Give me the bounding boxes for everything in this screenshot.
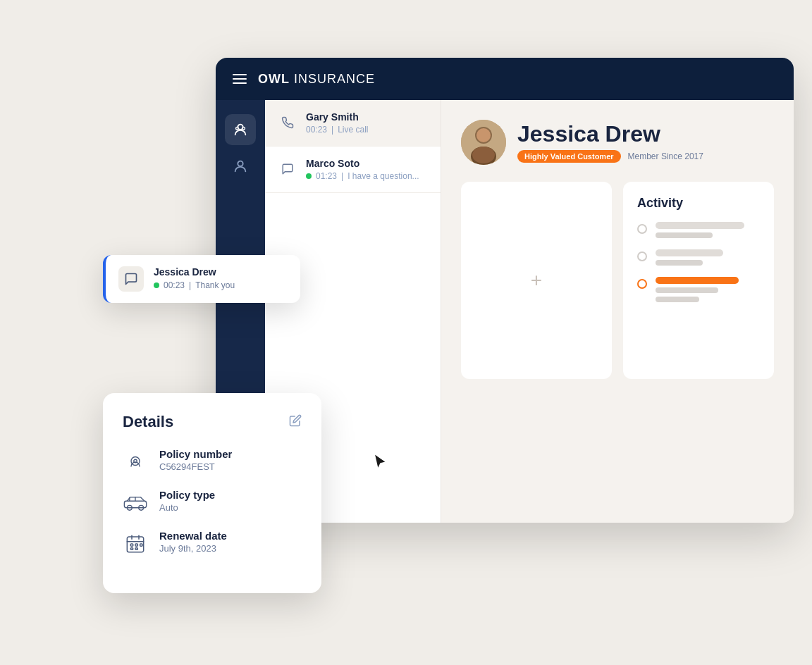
active-dot-marco [306, 173, 312, 179]
conv-status-gary: Live call [338, 125, 368, 135]
conv-status-marco: I have a question... [347, 171, 419, 181]
svg-point-3 [238, 161, 242, 166]
activity-line-3a [656, 277, 739, 284]
svg-rect-28 [130, 544, 133, 546]
add-icon: + [522, 266, 550, 294]
sidebar-item-profile[interactable] [225, 151, 256, 182]
jessica-meta: 00:23 | Thank you [154, 280, 235, 290]
conv-info-gary: Gary Smith 00:23 | Live call [306, 111, 428, 135]
svg-point-2 [242, 127, 245, 130]
activity-line-2a [656, 249, 723, 256]
svg-point-1 [236, 127, 239, 130]
detail-row-policy-number: Policy number C56294FEST [123, 448, 302, 475]
logo-insurance: INSURANCE [294, 72, 375, 87]
conv-name-marco: Marco Soto [306, 158, 428, 169]
conv-separator-marco: | [341, 171, 343, 181]
svg-point-16 [472, 147, 495, 163]
customer-badges: Highly Valued Customer Member Since 2017 [517, 150, 703, 163]
policy-type-value: Auto [159, 502, 215, 513]
main-content: Jessica Drew Highly Valued Customer Memb… [441, 100, 794, 523]
car-icon [123, 490, 148, 516]
policy-type-label: Policy type [159, 489, 215, 501]
svg-rect-31 [135, 548, 137, 550]
detail-row-policy-type: Policy type Auto [123, 489, 302, 516]
svg-rect-30 [130, 548, 133, 550]
activity-dot-1 [637, 224, 647, 234]
customer-avatar [461, 120, 506, 165]
activity-line-1a [656, 222, 744, 229]
badge-valued: Highly Valued Customer [517, 150, 621, 163]
activity-lines-3 [656, 277, 760, 302]
activity-line-2b [656, 260, 703, 266]
jessica-drew-card[interactable]: Jessica Drew 00:23 | Thank you [103, 255, 300, 303]
details-title: Details [123, 413, 173, 431]
calendar-icon [123, 531, 148, 557]
add-content-card[interactable]: + [461, 182, 612, 379]
customer-name: Jessica Drew [517, 122, 703, 147]
logo-owl: OWL [258, 72, 290, 87]
renewal-date-value: July 9th, 2023 [159, 543, 227, 554]
policy-type-block: Policy type Auto [159, 489, 215, 513]
policy-number-value: C56294FEST [159, 461, 232, 472]
policy-number-label: Policy number [159, 448, 232, 460]
activity-lines-2 [656, 249, 760, 266]
activity-title: Activity [637, 196, 760, 211]
svg-rect-29 [135, 544, 137, 546]
activity-lines-1 [656, 222, 760, 238]
badge-member: Member Since 2017 [628, 151, 703, 161]
conv-item-marco[interactable]: Marco Soto 01:23 | I have a question... [265, 147, 441, 193]
svg-point-15 [476, 128, 491, 142]
customer-name-block: Jessica Drew Highly Valued Customer Memb… [517, 122, 703, 162]
policy-number-block: Policy number C56294FEST [159, 448, 232, 472]
activity-item-3 [637, 277, 760, 302]
jessica-active-dot [154, 282, 159, 288]
hamburger-button[interactable] [233, 74, 247, 84]
activity-line-3c [656, 297, 699, 302]
sidebar-item-conversations[interactable] [225, 114, 256, 145]
jessica-name: Jessica Drew [154, 266, 235, 278]
phone-icon [278, 113, 297, 132]
top-nav: OWL INSURANCE [216, 58, 794, 100]
whatsapp-icon [278, 159, 297, 179]
customer-header: Jessica Drew Highly Valued Customer Memb… [461, 120, 774, 165]
details-header: Details [123, 413, 302, 431]
jessica-status: Thank you [195, 280, 235, 290]
jessica-time: 00:23 [164, 280, 185, 290]
activity-dot-3 [637, 279, 647, 289]
activity-card: Activity [623, 182, 774, 379]
conv-time-marco: 01:23 [316, 171, 337, 181]
activity-item-1 [637, 222, 760, 238]
detail-row-renewal-date: Renewal date July 9th, 2023 [123, 530, 302, 557]
conv-time-gary: 00:23 [306, 125, 327, 135]
details-card: Details Policy number C56294FEST [103, 393, 321, 593]
activity-item-2 [637, 249, 760, 266]
conv-name-gary: Gary Smith [306, 111, 428, 123]
jessica-info: Jessica Drew 00:23 | Thank you [154, 266, 235, 290]
jessica-separator: | [189, 280, 191, 290]
conv-separator-gary: | [331, 125, 333, 135]
policy-number-icon [123, 449, 148, 475]
svg-rect-32 [140, 544, 142, 546]
activity-dot-2 [637, 251, 647, 261]
app-logo: OWL INSURANCE [258, 72, 375, 87]
renewal-date-block: Renewal date July 9th, 2023 [159, 530, 227, 554]
conv-meta-gary: 00:23 | Live call [306, 125, 428, 135]
conv-item-gary[interactable]: Gary Smith 00:23 | Live call [265, 100, 441, 147]
activity-line-1b [656, 232, 713, 238]
conv-meta-marco: 01:23 | I have a question... [306, 171, 428, 181]
conv-info-marco: Marco Soto 01:23 | I have a question... [306, 158, 428, 181]
activity-line-3b [656, 287, 718, 293]
edit-button[interactable] [289, 414, 302, 430]
renewal-date-label: Renewal date [159, 530, 227, 542]
content-grid: + Activity [461, 182, 774, 379]
chat-icon [118, 266, 144, 292]
